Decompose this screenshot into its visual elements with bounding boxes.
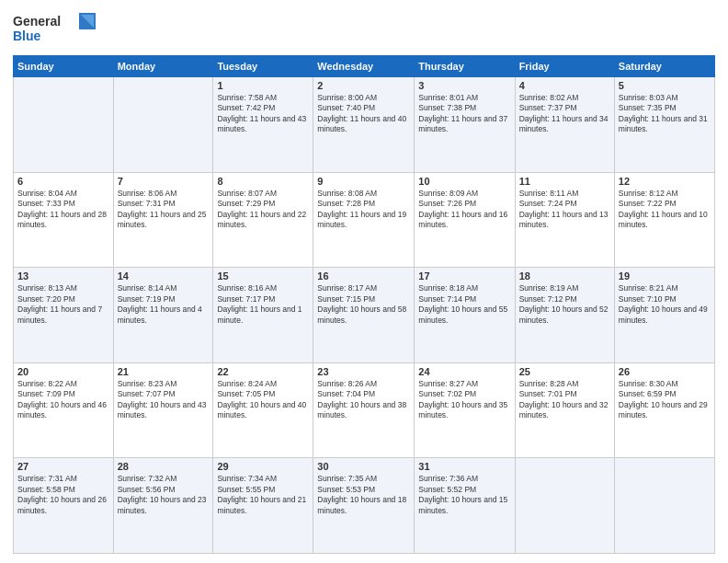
day-number: 22 [217, 366, 309, 377]
day-number: 9 [317, 176, 410, 187]
day-cell: 20Sunrise: 8:22 AM Sunset: 7:09 PM Dayli… [14, 362, 114, 458]
day-cell: 31Sunrise: 7:36 AM Sunset: 5:52 PM Dayli… [415, 458, 515, 554]
day-number: 1 [217, 80, 309, 91]
svg-text:Blue: Blue [13, 29, 41, 43]
day-cell: 5Sunrise: 8:03 AM Sunset: 7:35 PM Daylig… [614, 77, 714, 173]
day-number: 17 [418, 270, 510, 282]
week-row-3: 13Sunrise: 8:13 AM Sunset: 7:20 PM Dayli… [14, 268, 715, 363]
day-number: 3 [418, 80, 510, 91]
day-cell: 27Sunrise: 7:31 AM Sunset: 5:58 PM Dayli… [14, 458, 114, 554]
day-cell: 24Sunrise: 8:27 AM Sunset: 7:02 PM Dayli… [415, 362, 515, 458]
day-number: 18 [519, 270, 610, 282]
weekday-header-saturday: Saturday [614, 56, 714, 77]
day-cell: 18Sunrise: 8:19 AM Sunset: 7:12 PM Dayli… [515, 268, 614, 363]
day-info: Sunrise: 8:28 AM Sunset: 7:01 PM Dayligh… [519, 379, 610, 421]
day-cell: 8Sunrise: 8:07 AM Sunset: 7:29 PM Daylig… [213, 172, 313, 268]
day-number: 12 [619, 176, 711, 187]
day-cell: 21Sunrise: 8:23 AM Sunset: 7:07 PM Dayli… [113, 362, 213, 458]
day-info: Sunrise: 8:24 AM Sunset: 7:05 PM Dayligh… [217, 379, 309, 421]
day-cell: 9Sunrise: 8:08 AM Sunset: 7:28 PM Daylig… [313, 172, 415, 268]
day-info: Sunrise: 7:32 AM Sunset: 5:56 PM Dayligh… [118, 474, 210, 516]
logo-area: General Blue [13, 9, 96, 50]
day-cell [113, 77, 213, 173]
day-number: 13 [17, 270, 109, 282]
day-cell [614, 458, 714, 554]
day-number: 30 [317, 461, 410, 472]
day-info: Sunrise: 8:27 AM Sunset: 7:02 PM Dayligh… [418, 379, 510, 421]
day-info: Sunrise: 8:22 AM Sunset: 7:09 PM Dayligh… [17, 379, 109, 421]
calendar-table: SundayMondayTuesdayWednesdayThursdayFrid… [13, 55, 715, 554]
day-number: 19 [619, 270, 711, 282]
day-number: 11 [519, 176, 610, 187]
day-number: 2 [317, 80, 410, 91]
day-cell: 28Sunrise: 7:32 AM Sunset: 5:56 PM Dayli… [113, 458, 213, 554]
day-info: Sunrise: 8:26 AM Sunset: 7:04 PM Dayligh… [317, 379, 410, 421]
day-info: Sunrise: 8:30 AM Sunset: 6:59 PM Dayligh… [619, 379, 711, 421]
logo: General Blue [13, 9, 96, 50]
day-info: Sunrise: 8:11 AM Sunset: 7:24 PM Dayligh… [519, 189, 610, 231]
page: General Blue SundayMondayTuesdayWednesda… [0, 0, 728, 563]
day-number: 28 [118, 461, 210, 472]
day-cell: 17Sunrise: 8:18 AM Sunset: 7:14 PM Dayli… [415, 268, 515, 363]
day-number: 15 [217, 270, 309, 282]
weekday-header-friday: Friday [515, 56, 614, 77]
day-info: Sunrise: 8:02 AM Sunset: 7:37 PM Dayligh… [519, 93, 610, 135]
week-row-1: 1Sunrise: 7:58 AM Sunset: 7:42 PM Daylig… [14, 77, 715, 173]
day-cell: 14Sunrise: 8:14 AM Sunset: 7:19 PM Dayli… [113, 268, 213, 363]
day-number: 16 [317, 270, 410, 282]
week-row-2: 6Sunrise: 8:04 AM Sunset: 7:33 PM Daylig… [14, 172, 715, 268]
day-info: Sunrise: 8:07 AM Sunset: 7:29 PM Dayligh… [217, 189, 309, 231]
day-number: 5 [619, 80, 711, 91]
day-number: 29 [217, 461, 309, 472]
day-cell: 29Sunrise: 7:34 AM Sunset: 5:55 PM Dayli… [213, 458, 313, 554]
day-cell: 12Sunrise: 8:12 AM Sunset: 7:22 PM Dayli… [614, 172, 714, 268]
day-number: 10 [418, 176, 510, 187]
day-number: 24 [418, 366, 510, 377]
header: General Blue [13, 9, 715, 50]
day-cell: 10Sunrise: 8:09 AM Sunset: 7:26 PM Dayli… [415, 172, 515, 268]
day-info: Sunrise: 8:00 AM Sunset: 7:40 PM Dayligh… [317, 93, 410, 135]
day-cell: 4Sunrise: 8:02 AM Sunset: 7:37 PM Daylig… [515, 77, 614, 173]
day-info: Sunrise: 7:36 AM Sunset: 5:52 PM Dayligh… [418, 474, 510, 516]
weekday-header-tuesday: Tuesday [213, 56, 313, 77]
day-info: Sunrise: 8:23 AM Sunset: 7:07 PM Dayligh… [118, 379, 210, 421]
day-cell: 1Sunrise: 7:58 AM Sunset: 7:42 PM Daylig… [213, 77, 313, 173]
day-number: 20 [17, 366, 109, 377]
day-cell: 2Sunrise: 8:00 AM Sunset: 7:40 PM Daylig… [313, 77, 415, 173]
day-info: Sunrise: 8:01 AM Sunset: 7:38 PM Dayligh… [418, 93, 510, 135]
day-info: Sunrise: 8:14 AM Sunset: 7:19 PM Dayligh… [118, 283, 210, 326]
day-info: Sunrise: 8:06 AM Sunset: 7:31 PM Dayligh… [118, 189, 210, 231]
day-info: Sunrise: 8:12 AM Sunset: 7:22 PM Dayligh… [619, 189, 711, 231]
day-info: Sunrise: 8:13 AM Sunset: 7:20 PM Dayligh… [17, 283, 109, 326]
day-cell: 15Sunrise: 8:16 AM Sunset: 7:17 PM Dayli… [213, 268, 313, 363]
day-cell: 30Sunrise: 7:35 AM Sunset: 5:53 PM Dayli… [313, 458, 415, 554]
day-info: Sunrise: 7:34 AM Sunset: 5:55 PM Dayligh… [217, 474, 309, 516]
day-info: Sunrise: 8:03 AM Sunset: 7:35 PM Dayligh… [619, 93, 711, 135]
day-cell: 23Sunrise: 8:26 AM Sunset: 7:04 PM Dayli… [313, 362, 415, 458]
day-cell: 25Sunrise: 8:28 AM Sunset: 7:01 PM Dayli… [515, 362, 614, 458]
day-cell [14, 77, 114, 173]
day-cell [515, 458, 614, 554]
day-number: 7 [118, 176, 210, 187]
day-info: Sunrise: 7:35 AM Sunset: 5:53 PM Dayligh… [317, 474, 410, 516]
day-info: Sunrise: 8:17 AM Sunset: 7:15 PM Dayligh… [317, 283, 410, 326]
weekday-header-row: SundayMondayTuesdayWednesdayThursdayFrid… [14, 56, 715, 77]
week-row-4: 20Sunrise: 8:22 AM Sunset: 7:09 PM Dayli… [14, 362, 715, 458]
day-number: 21 [118, 366, 210, 377]
day-cell: 13Sunrise: 8:13 AM Sunset: 7:20 PM Dayli… [14, 268, 114, 363]
weekday-header-sunday: Sunday [14, 56, 114, 77]
day-number: 14 [118, 270, 210, 282]
day-number: 6 [17, 176, 109, 187]
weekday-header-thursday: Thursday [415, 56, 515, 77]
day-cell: 6Sunrise: 8:04 AM Sunset: 7:33 PM Daylig… [14, 172, 114, 268]
day-info: Sunrise: 7:31 AM Sunset: 5:58 PM Dayligh… [17, 474, 109, 516]
day-number: 26 [619, 366, 711, 377]
day-number: 4 [519, 80, 610, 91]
day-cell: 3Sunrise: 8:01 AM Sunset: 7:38 PM Daylig… [415, 77, 515, 173]
day-info: Sunrise: 8:19 AM Sunset: 7:12 PM Dayligh… [519, 283, 610, 326]
day-number: 23 [317, 366, 410, 377]
day-info: Sunrise: 8:18 AM Sunset: 7:14 PM Dayligh… [418, 283, 510, 326]
day-info: Sunrise: 8:09 AM Sunset: 7:26 PM Dayligh… [418, 189, 510, 231]
day-cell: 7Sunrise: 8:06 AM Sunset: 7:31 PM Daylig… [113, 172, 213, 268]
day-info: Sunrise: 8:21 AM Sunset: 7:10 PM Dayligh… [619, 283, 711, 326]
